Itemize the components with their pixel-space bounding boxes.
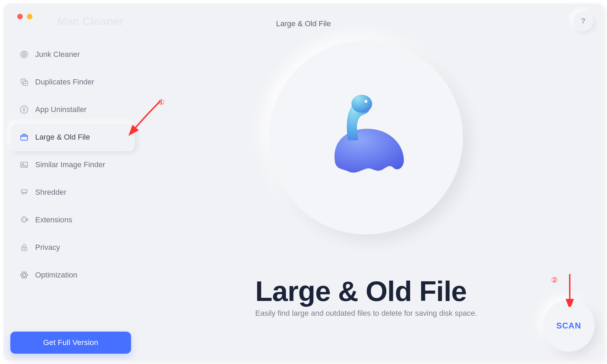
annotation-number-1: ①	[158, 98, 165, 107]
sidebar-item-large-old-file[interactable]: Large & Old File	[10, 123, 135, 151]
folder-icon	[19, 132, 29, 142]
scan-button[interactable]: SCAN	[543, 300, 595, 352]
help-button[interactable]: ?	[573, 11, 593, 31]
image-icon	[19, 160, 29, 170]
app-window: Mac Cleaner Large & Old File ? Junk Clea…	[3, 3, 604, 361]
sidebar-item-label: Duplicates Finder	[35, 78, 94, 87]
titlebar: Mac Cleaner Large & Old File ?	[3, 3, 604, 30]
svg-point-10	[27, 219, 28, 220]
sidebar-item-similar-image-finder[interactable]: Similar Image Finder	[10, 151, 135, 179]
get-full-version-label: Get Full Version	[43, 338, 98, 347]
annotation-number-2: ②	[551, 276, 558, 285]
svg-point-12	[24, 248, 25, 249]
svg-point-2	[23, 54, 24, 55]
target-icon	[19, 50, 29, 59]
main-subtitle: Easily find large and outdated files to …	[255, 309, 477, 318]
page-title: Large & Old File	[3, 19, 604, 28]
traffic-lights	[17, 14, 32, 19]
svg-point-1	[22, 53, 26, 57]
minimize-window-button[interactable]	[27, 14, 32, 19]
sidebar: Junk Cleaner Duplicates Finder App Unins…	[10, 41, 135, 289]
svg-rect-9	[21, 190, 27, 192]
svg-point-17	[365, 100, 367, 103]
sidebar-item-label: Junk Cleaner	[35, 50, 80, 59]
sidebar-item-label: Similar Image Finder	[35, 160, 105, 169]
sidebar-item-label: Optimization	[35, 271, 77, 280]
sidebar-item-extensions[interactable]: Extensions	[10, 206, 135, 234]
question-icon: ?	[581, 17, 585, 26]
svg-point-13	[20, 274, 28, 277]
sidebar-item-shredder[interactable]: Shredder	[10, 179, 135, 206]
sidebar-item-privacy[interactable]: Privacy	[10, 234, 135, 261]
puzzle-icon	[19, 215, 29, 225]
lock-icon	[19, 243, 29, 252]
close-window-button[interactable]	[17, 14, 23, 19]
sidebar-item-optimization[interactable]: Optimization	[10, 261, 135, 289]
svg-point-16	[351, 95, 372, 113]
main-heading: Large & Old File	[255, 275, 467, 307]
sidebar-item-junk-cleaner[interactable]: Junk Cleaner	[10, 41, 135, 68]
sidebar-item-app-uninstaller[interactable]: App Uninstaller	[10, 96, 135, 123]
sidebar-item-label: Large & Old File	[35, 133, 90, 142]
sidebar-item-label: Shredder	[35, 188, 67, 197]
copy-icon	[19, 77, 29, 87]
sidebar-item-label: Extensions	[35, 215, 72, 224]
shredder-icon	[19, 188, 29, 197]
sidebar-item-label: App Uninstaller	[35, 105, 87, 114]
sidebar-item-label: Privacy	[35, 243, 60, 252]
atom-icon	[19, 270, 29, 280]
svg-rect-6	[21, 135, 28, 140]
svg-point-0	[21, 51, 28, 58]
get-full-version-button[interactable]: Get Full Version	[10, 332, 131, 354]
sidebar-item-duplicates-finder[interactable]: Duplicates Finder	[10, 68, 135, 96]
scan-label: SCAN	[556, 321, 581, 331]
app-badge-icon	[19, 105, 29, 114]
mascot-illustration	[269, 41, 463, 234]
